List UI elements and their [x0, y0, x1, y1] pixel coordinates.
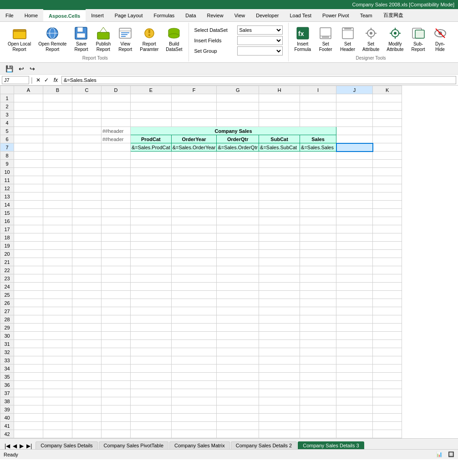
cell-r26-c2[interactable]: [72, 299, 102, 307]
cell-r10-c8[interactable]: [300, 168, 336, 176]
cell-r38-c4[interactable]: [131, 397, 172, 405]
cell-r40-c8[interactable]: [300, 414, 336, 422]
cell-r16-c6[interactable]: [217, 217, 259, 225]
cell-r17-c3[interactable]: [102, 225, 131, 233]
cell-r35-c5[interactable]: [171, 373, 217, 381]
cell-r30-c3[interactable]: [102, 332, 131, 340]
cell-r16-c8[interactable]: [300, 217, 336, 225]
cell-r23-c3[interactable]: [102, 274, 131, 283]
cell-r21-c7[interactable]: [259, 258, 300, 266]
cell-r14-c9[interactable]: [336, 201, 373, 209]
cell-r4-c6[interactable]: [217, 119, 259, 127]
cell-r6-c8[interactable]: Sales: [300, 135, 336, 143]
col-K-header[interactable]: K: [373, 86, 402, 94]
cell-r26-c3[interactable]: [102, 299, 131, 307]
cell-r12-c4[interactable]: [131, 184, 172, 192]
cell-r11-c8[interactable]: [300, 176, 336, 184]
cell-r40-c7[interactable]: [259, 414, 300, 422]
cell-r11-c6[interactable]: [217, 176, 259, 184]
cell-r9-c5[interactable]: [171, 160, 217, 168]
cell-r29-c10[interactable]: [373, 324, 402, 332]
cell-r35-c6[interactable]: [217, 373, 259, 381]
cell-r42-c0[interactable]: [14, 430, 43, 438]
cell-r31-c10[interactable]: [373, 340, 402, 348]
ribbon-tab-data[interactable]: Data: [180, 9, 201, 21]
cell-r5-c9[interactable]: [336, 127, 373, 135]
cell-r36-c8[interactable]: [300, 381, 336, 389]
cell-r10-c7[interactable]: [259, 168, 300, 176]
cell-r36-c10[interactable]: [373, 381, 402, 389]
cell-r15-c2[interactable]: [72, 209, 102, 217]
ribbon-tab-formulas[interactable]: Formulas: [148, 9, 180, 21]
cell-r39-c5[interactable]: [171, 405, 217, 414]
save-quick-button[interactable]: 💾: [4, 64, 15, 73]
cell-r24-c2[interactable]: [72, 283, 102, 291]
cell-r29-c8[interactable]: [300, 324, 336, 332]
cell-r29-c0[interactable]: [14, 324, 43, 332]
col-H-header[interactable]: H: [259, 86, 300, 94]
col-E-header[interactable]: E: [131, 86, 172, 94]
cell-r40-c5[interactable]: [171, 414, 217, 422]
cell-r8-c1[interactable]: [43, 152, 72, 160]
cell-r36-c7[interactable]: [259, 381, 300, 389]
cell-r18-c8[interactable]: [300, 233, 336, 242]
cell-r7-c7[interactable]: &=Sales.SubCat: [259, 143, 300, 152]
cell-r29-c2[interactable]: [72, 324, 102, 332]
cell-r30-c6[interactable]: [217, 332, 259, 340]
report-paramter-button[interactable]: ReportParamter: [137, 24, 162, 55]
cell-r18-c6[interactable]: [217, 233, 259, 242]
col-F-header[interactable]: F: [171, 86, 217, 94]
cell-r42-c2[interactable]: [72, 430, 102, 438]
cell-r10-c9[interactable]: [336, 168, 373, 176]
cell-r12-c10[interactable]: [373, 184, 402, 192]
cell-r21-c1[interactable]: [43, 258, 72, 266]
cell-r13-c3[interactable]: [102, 192, 131, 201]
cell-r9-c9[interactable]: [336, 160, 373, 168]
cell-r17-c6[interactable]: [217, 225, 259, 233]
cell-r2-c8[interactable]: [300, 102, 336, 111]
cell-r17-c5[interactable]: [171, 225, 217, 233]
cell-r29-c3[interactable]: [102, 324, 131, 332]
cell-r12-c5[interactable]: [171, 184, 217, 192]
tab-first-button[interactable]: |◀: [4, 443, 11, 449]
cell-r2-c6[interactable]: [217, 102, 259, 111]
cell-r16-c1[interactable]: [43, 217, 72, 225]
cell-r8-c7[interactable]: [259, 152, 300, 160]
cell-r34-c5[interactable]: [171, 365, 217, 373]
ribbon-tab-load-test[interactable]: Load Test: [284, 9, 317, 21]
cell-r14-c5[interactable]: [171, 201, 217, 209]
cell-r35-c8[interactable]: [300, 373, 336, 381]
cell-r11-c9[interactable]: [336, 176, 373, 184]
cell-r40-c0[interactable]: [14, 414, 43, 422]
cell-r22-c2[interactable]: [72, 266, 102, 274]
cell-r28-c2[interactable]: [72, 315, 102, 324]
cell-r9-c0[interactable]: [14, 160, 43, 168]
cell-r29-c1[interactable]: [43, 324, 72, 332]
cell-r6-c6[interactable]: OrderQtr: [217, 135, 259, 143]
cell-r3-c1[interactable]: [43, 111, 72, 119]
cell-reference-input[interactable]: [2, 76, 29, 84]
cell-r11-c5[interactable]: [171, 176, 217, 184]
cell-r16-c4[interactable]: [131, 217, 172, 225]
cell-r11-c4[interactable]: [131, 176, 172, 184]
sheet-container[interactable]: A B C D E F G H I J K 12345##headerCompa…: [0, 86, 458, 438]
cell-r24-c0[interactable]: [14, 283, 43, 291]
cell-r36-c9[interactable]: [336, 381, 373, 389]
cell-r17-c4[interactable]: [131, 225, 172, 233]
cell-r12-c7[interactable]: [259, 184, 300, 192]
cell-r34-c1[interactable]: [43, 365, 72, 373]
cell-r10-c2[interactable]: [72, 168, 102, 176]
tab-company-sales-details-2[interactable]: Company Sales Details 2: [231, 441, 297, 449]
cell-r39-c6[interactable]: [217, 405, 259, 414]
cell-r31-c4[interactable]: [131, 340, 172, 348]
cell-r37-c2[interactable]: [72, 389, 102, 397]
cell-r18-c3[interactable]: [102, 233, 131, 242]
confirm-formula-button[interactable]: ✓: [43, 77, 50, 83]
cell-r37-c0[interactable]: [14, 389, 43, 397]
formula-input[interactable]: [61, 76, 456, 84]
cell-r17-c0[interactable]: [14, 225, 43, 233]
cell-r39-c0[interactable]: [14, 405, 43, 414]
cell-r6-c7[interactable]: SubCat: [259, 135, 300, 143]
cell-r3-c9[interactable]: [336, 111, 373, 119]
cell-r39-c1[interactable]: [43, 405, 72, 414]
